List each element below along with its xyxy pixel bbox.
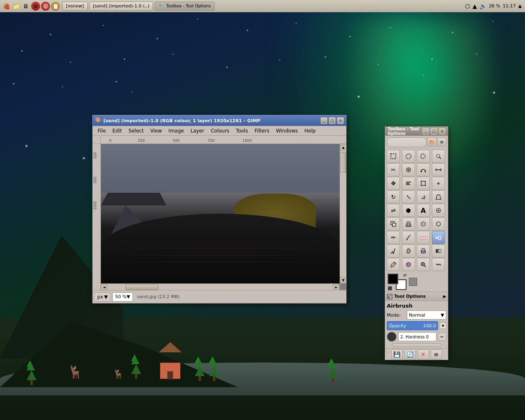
tool-mypaint[interactable] [402,244,415,258]
mode-dropdown-chevron: ▼ [441,313,444,318]
tool-shear[interactable]: ⊿ [417,190,430,203]
menu-filters[interactable]: Filters [251,127,273,135]
menu-help[interactable]: Help [301,127,319,135]
tool-cage[interactable]: ⬢ [402,204,415,217]
toolbox-titlebar: Toolbox - Tool Options _ □ ✕ [385,127,448,136]
raspberry-menu-button[interactable]: 🍓 [2,2,11,11]
tool-paintbrush[interactable] [402,231,415,244]
file-manager-button[interactable]: 📁 [11,2,21,11]
zoom-display[interactable]: 50 % ▼ [112,292,133,301]
toolbox-close-btn[interactable]: ✕ [439,128,445,135]
opacity-dropdown-btn[interactable]: ▼ [440,322,446,329]
unit-selector[interactable]: px ▼ [94,292,111,301]
scroll-up-arrow[interactable]: ▲ [340,144,346,151]
tool-options-expand-btn[interactable]: ▶ [443,294,446,299]
tool-scale[interactable]: ⤡ [402,190,415,203]
brush-edit-btn[interactable]: ✏ [438,333,446,341]
tool-heal[interactable] [432,204,445,217]
quick-mask-btn[interactable] [409,278,417,286]
fg-color-swatch[interactable] [388,274,398,284]
tool-measure[interactable] [432,163,445,176]
sand-taskbar-btn[interactable]: [sand] (imported)-1.0 (..) [89,2,153,11]
menu-windows[interactable]: Windows [273,127,301,135]
wifi-icon[interactable]: ▲ [472,3,477,9]
tool-text[interactable]: A [417,204,430,217]
scroll-right-arrow[interactable]: ► [333,284,340,290]
toolbox-maximize-btn[interactable]: □ [431,128,437,135]
toolbox-taskbar-btn[interactable]: 🔧 Toolbox - Tool Options [155,2,215,11]
gimp-maximize-btn[interactable]: □ [329,117,336,124]
tool-bucket-fill[interactable] [417,244,430,258]
tool-free-select[interactable] [417,150,430,163]
gimp-close-btn[interactable]: ✕ [337,117,344,124]
brush-name-display[interactable]: 2. Hardness 0 [398,332,436,341]
brush-preview-swatch[interactable] [387,332,397,342]
tool-crop[interactable]: ⌖ [432,177,445,190]
tool-rotate[interactable]: ↻ [387,190,400,203]
save-preset-btn[interactable]: 💾 [391,349,403,359]
scroll-down-arrow-v[interactable]: ▼ [340,277,346,283]
reset-colors-btn[interactable]: ⬛ [388,286,392,290]
scrollbar-vertical[interactable]: ▲ ▼ [340,144,346,283]
scroll-left-arrow[interactable]: ◄ [101,284,107,290]
app-icon-4[interactable]: 🎯 [41,2,50,11]
tool-search-box[interactable] [387,137,427,147]
tool-fuzzy-select[interactable] [432,150,445,163]
tool-blend[interactable] [432,244,445,258]
menu-tools[interactable]: Tools [233,127,251,135]
tool-rect-select[interactable] [387,150,400,163]
menu-colours[interactable]: Colours [208,127,233,135]
terminal-button[interactable]: 🖥 [21,2,30,11]
gimp-logo-btn[interactable]: 🎨 [427,137,436,146]
tool-dodge-burn[interactable] [432,217,445,231]
snowflake-17: ✦ [324,55,327,59]
tool-paths[interactable] [417,163,430,176]
tool-eraser[interactable] [417,231,430,244]
tool-color-picker[interactable] [387,258,400,271]
menu-image[interactable]: Image [165,127,187,135]
tool-scissors-select[interactable]: ✂ [387,163,400,176]
toolbox-minimize-btn[interactable]: _ [422,128,429,135]
bluetooth-icon[interactable]: ⬡ [465,3,470,9]
tool-clone[interactable] [387,217,400,231]
menu-file[interactable]: File [94,127,109,135]
tool-zoom[interactable] [417,258,430,271]
restore-preset-btn[interactable]: 🔄 [404,349,416,359]
tool-ellipse-select[interactable] [402,150,415,163]
app-icon-5[interactable]: 📋 [51,2,60,11]
tool-transform[interactable] [417,177,430,190]
tool-ink[interactable] [387,244,400,258]
scrollbar-horizontal[interactable]: ◄ ► [101,283,340,290]
config-button[interactable]: ⚙ [31,2,40,11]
menu-edit[interactable]: Edit [109,127,125,135]
scroll-thumb-vertical[interactable] [340,152,346,173]
tool-flip[interactable]: ⇌ [387,204,400,217]
scroll-down-indicator[interactable] [392,343,441,347]
menu-layer[interactable]: Layer [187,127,207,135]
toolbox-label: Toolbox - Tool Options [166,4,211,8]
tool-airbrush[interactable] [432,231,445,244]
opacity-slider[interactable]: Opacity 100.0 [387,321,438,330]
delete-preset-btn[interactable]: ✕ [418,349,429,359]
tool-warp[interactable] [432,258,445,271]
view-presets-btn[interactable]: ≡ [431,349,442,359]
tool-foreground-select[interactable] [402,163,415,176]
ruler-mark-750: 750 [208,139,215,143]
toolbox-menu-btn[interactable]: ≡ [437,137,446,146]
tool-perspective-clone[interactable] [402,217,415,231]
tool-color-balance[interactable] [402,258,415,271]
mode-select[interactable]: Normal ▼ [407,310,446,320]
scroll-thumb-horizontal[interactable] [126,284,158,290]
gimp-minimize-btn[interactable]: _ [321,117,327,124]
menu-select[interactable]: Select [125,127,147,135]
tool-perspective[interactable] [432,190,445,203]
tool-align[interactable] [402,177,415,190]
volume-icon[interactable]: 🔊 [479,3,486,9]
swap-colors-btn[interactable]: ⇄ [403,273,406,277]
tool-blur-sharpen[interactable] [417,217,430,231]
tool-move[interactable]: ✥ [387,177,400,190]
xsnow-taskbar-btn[interactable]: [xsnow] [62,2,88,11]
notification-icon[interactable]: ▲ [518,3,522,9]
menu-view[interactable]: View [147,127,165,135]
tool-pencil[interactable]: ✏ [387,231,400,244]
